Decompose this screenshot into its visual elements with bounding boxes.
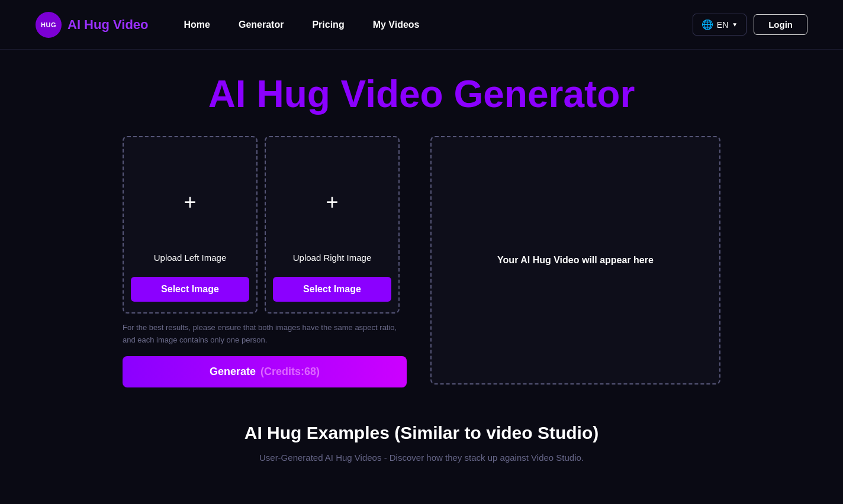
video-preview-box: Your AI Hug Video will appear here: [430, 136, 720, 385]
upload-row: + Upload Left Image Select Image + Uploa…: [123, 136, 419, 314]
select-left-image-button[interactable]: Select Image: [131, 277, 249, 302]
upload-right-inner: + Upload Right Image Select Image: [266, 154, 398, 302]
hint-text: For the best results, please ensure that…: [123, 322, 407, 347]
examples-section: AI Hug Examples (Similar to video Studio…: [36, 423, 807, 486]
language-button[interactable]: 🌐 EN ▼: [693, 14, 747, 35]
upload-section: + Upload Left Image Select Image + Uploa…: [36, 136, 807, 387]
logo-text: AI Hug Video: [67, 17, 149, 33]
navbar: HUG AI Hug Video Home Generator Pricing …: [0, 0, 843, 50]
main-content: AI Hug Video Generator + Upload Left Ima…: [0, 50, 843, 504]
chevron-down-icon: ▼: [732, 21, 738, 28]
examples-subtitle: User-Generated AI Hug Videos - Discover …: [36, 453, 807, 463]
nav-pricing[interactable]: Pricing: [312, 20, 344, 30]
logo-container[interactable]: HUG AI Hug Video: [36, 12, 149, 38]
nav-my-videos[interactable]: My Videos: [373, 20, 420, 30]
left-panel: + Upload Left Image Select Image + Uploa…: [123, 136, 419, 387]
generate-label: Generate: [210, 366, 256, 378]
nav-links: Home Generator Pricing My Videos: [184, 20, 693, 30]
upload-left-box[interactable]: + Upload Left Image Select Image: [123, 136, 258, 314]
select-right-image-button[interactable]: Select Image: [273, 277, 391, 302]
plus-icon-right: +: [326, 190, 338, 215]
login-button[interactable]: Login: [754, 14, 807, 35]
nav-generator[interactable]: Generator: [239, 20, 284, 30]
upload-right-box[interactable]: + Upload Right Image Select Image: [265, 136, 400, 314]
upload-left-inner: + Upload Left Image Select Image: [124, 154, 256, 302]
page-title: AI Hug Video Generator: [36, 73, 807, 115]
logo-icon: HUG: [36, 12, 62, 38]
upload-left-label: Upload Left Image: [154, 253, 227, 263]
nav-home[interactable]: Home: [184, 20, 210, 30]
upload-right-label: Upload Right Image: [293, 253, 372, 263]
plus-icon-left: +: [184, 190, 196, 215]
nav-right: 🌐 EN ▼ Login: [693, 14, 807, 35]
examples-title: AI Hug Examples (Similar to video Studio…: [36, 423, 807, 443]
lang-label: EN: [717, 20, 728, 30]
generate-button[interactable]: Generate (Credits:68): [123, 356, 407, 387]
generate-credits: (Credits:68): [260, 366, 320, 378]
preview-text: Your AI Hug Video will appear here: [497, 255, 654, 266]
globe-icon: 🌐: [702, 19, 713, 30]
